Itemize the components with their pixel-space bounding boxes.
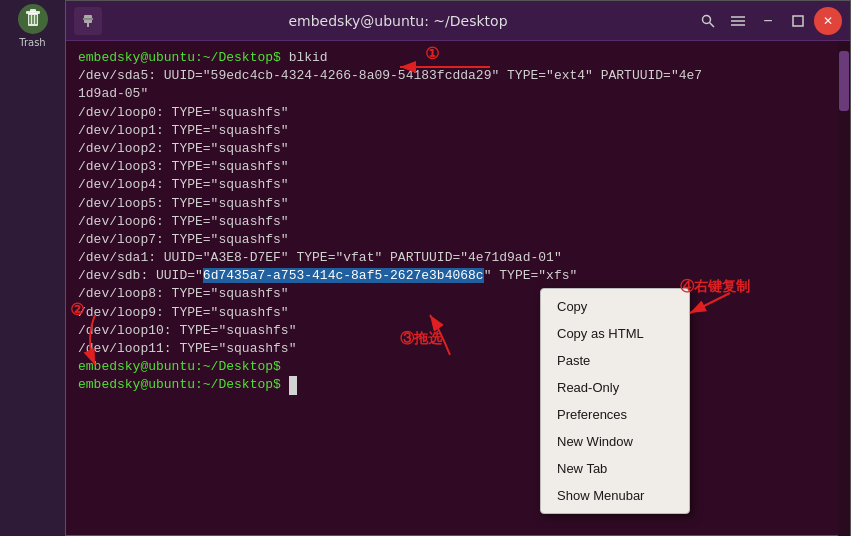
trash-svg-icon xyxy=(17,3,49,35)
minimize-button[interactable]: − xyxy=(754,7,782,35)
highlighted-uuid: 6d7435a7-a753-414c-8af5-2627e3b4068c xyxy=(203,268,484,283)
maximize-button[interactable] xyxy=(784,7,812,35)
svg-point-10 xyxy=(703,15,711,23)
search-button[interactable] xyxy=(694,7,722,35)
output-line-2: 1d9ad-05" xyxy=(78,85,838,103)
annotation-arrow-2 xyxy=(80,310,110,374)
annotation-arrow-4 xyxy=(680,288,740,332)
output-line-3: /dev/loop0: TYPE="squashfs" xyxy=(78,104,838,122)
context-menu: Copy Copy as HTML Paste Read-Only Prefer… xyxy=(540,288,690,514)
svg-rect-15 xyxy=(793,16,803,26)
output-line-8: /dev/loop5: TYPE="squashfs" xyxy=(78,195,838,213)
context-menu-paste[interactable]: Paste xyxy=(541,347,689,374)
output-line-7: /dev/loop4: TYPE="squashfs" xyxy=(78,176,838,194)
arrow-2-svg xyxy=(80,310,110,370)
context-menu-new-tab[interactable]: New Tab xyxy=(541,455,689,482)
search-icon xyxy=(701,14,715,28)
annotation-arrow-3 xyxy=(420,310,480,364)
context-menu-copy[interactable]: Copy xyxy=(541,293,689,320)
maximize-icon xyxy=(792,15,804,27)
menu-icon xyxy=(731,16,745,26)
svg-rect-3 xyxy=(30,9,36,12)
output-line-4: /dev/loop1: TYPE="squashfs" xyxy=(78,122,838,140)
pin-icon xyxy=(80,13,96,29)
arrow-4-svg xyxy=(680,288,740,328)
annotation-1: ① xyxy=(425,44,439,63)
prompt-3: embedsky@ubuntu:~/Desktop$ xyxy=(78,377,289,392)
prompt-3-line: embedsky@ubuntu:~/Desktop$ xyxy=(78,376,838,394)
context-menu-copy-html[interactable]: Copy as HTML xyxy=(541,320,689,347)
svg-line-11 xyxy=(710,22,715,27)
output-line-5: /dev/loop2: TYPE="squashfs" xyxy=(78,140,838,158)
title-bar: embedsky@ubuntu: ~/Desktop − xyxy=(66,1,850,41)
close-button[interactable]: ✕ xyxy=(814,7,842,35)
scrollbar[interactable] xyxy=(838,41,850,536)
pin-button[interactable] xyxy=(74,7,102,35)
title-bar-left xyxy=(74,7,102,35)
arrow-3-svg xyxy=(420,310,480,360)
context-menu-show-menubar[interactable]: Show Menubar xyxy=(541,482,689,509)
window-title: embedsky@ubuntu: ~/Desktop xyxy=(102,13,694,29)
svg-rect-8 xyxy=(87,23,89,27)
svg-line-21 xyxy=(690,293,730,313)
trash-label: Trash xyxy=(19,37,45,48)
trash-icon-btn[interactable]: Trash xyxy=(8,0,58,50)
output-line-9: /dev/loop6: TYPE="squashfs" xyxy=(78,213,838,231)
annotation-arrow-1 xyxy=(380,52,500,86)
output-line-6: /dev/loop3: TYPE="squashfs" xyxy=(78,158,838,176)
scrollbar-thumb[interactable] xyxy=(839,51,849,111)
cmd-blkid: blkid xyxy=(289,50,328,65)
arrow-1-svg xyxy=(380,52,500,82)
context-menu-new-window[interactable]: New Window xyxy=(541,428,689,455)
prompt-1: embedsky@ubuntu:~/Desktop$ xyxy=(78,50,289,65)
output-line-10: /dev/loop7: TYPE="squashfs" xyxy=(78,231,838,249)
menu-button[interactable] xyxy=(724,7,752,35)
taskbar: Trash xyxy=(0,0,65,536)
svg-rect-9 xyxy=(83,18,93,20)
context-menu-readonly[interactable]: Read-Only xyxy=(541,374,689,401)
output-line-11: /dev/sda1: UUID="A3E8-D7EF" TYPE="vfat" … xyxy=(78,249,838,267)
title-bar-controls: − ✕ xyxy=(694,7,842,35)
context-menu-preferences[interactable]: Preferences xyxy=(541,401,689,428)
